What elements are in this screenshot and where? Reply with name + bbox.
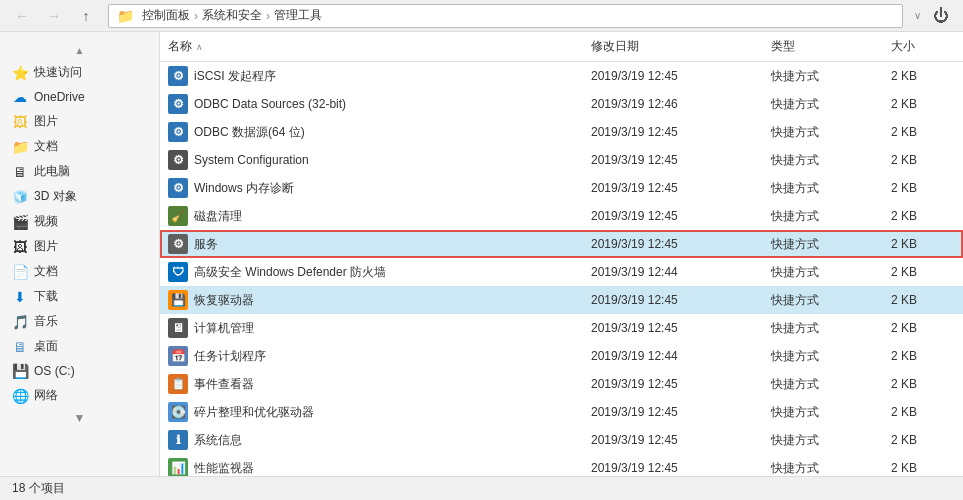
file-size: 2 KB — [883, 347, 963, 365]
file-name-cell: ⚙ ODBC Data Sources (32-bit) — [160, 92, 583, 116]
file-icon: 📋 — [168, 374, 188, 394]
file-icon: 🛡 — [168, 262, 188, 282]
title-bar: ← → ↑ 📁 控制面板 › 系统和安全 › 管理工具 ∨ ⏻ — [0, 0, 963, 32]
file-name: 计算机管理 — [194, 320, 254, 337]
file-icon: 💾 — [168, 290, 188, 310]
file-size: 2 KB — [883, 319, 963, 337]
file-date: 2019/3/19 12:45 — [583, 403, 763, 421]
sidebar-item-onedrive[interactable]: ☁ OneDrive — [0, 85, 159, 109]
documents2-icon: 📄 — [12, 264, 28, 280]
table-row[interactable]: 📊 性能监视器 2019/3/19 12:45 快捷方式 2 KB — [160, 454, 963, 476]
file-type: 快捷方式 — [763, 178, 883, 199]
this-pc-icon: 🖥 — [12, 164, 28, 180]
power-button[interactable]: ⏻ — [927, 2, 955, 30]
file-type: 快捷方式 — [763, 346, 883, 367]
table-row[interactable]: 💽 碎片整理和优化驱动器 2019/3/19 12:45 快捷方式 2 KB — [160, 398, 963, 426]
breadcrumb-admin-tools[interactable]: 管理工具 — [274, 7, 322, 24]
file-type: 快捷方式 — [763, 430, 883, 451]
sidebar-item-this-pc[interactable]: 🖥 此电脑 — [0, 159, 159, 184]
forward-button[interactable]: → — [40, 2, 68, 30]
sidebar-item-downloads[interactable]: ⬇ 下载 — [0, 284, 159, 309]
sidebar-item-music[interactable]: 🎵 音乐 — [0, 309, 159, 334]
table-row[interactable]: ℹ 系统信息 2019/3/19 12:45 快捷方式 2 KB — [160, 426, 963, 454]
sidebar-scroll-up[interactable]: ▲ — [0, 40, 159, 60]
sidebar-item-pictures2[interactable]: 🖼 图片 — [0, 234, 159, 259]
address-dropdown-arrow[interactable]: ∨ — [907, 4, 927, 28]
table-row[interactable]: ⚙ 服务 2019/3/19 12:45 快捷方式 2 KB — [160, 230, 963, 258]
file-icon: 🧹 — [168, 206, 188, 226]
videos-icon: 🎬 — [12, 214, 28, 230]
table-row[interactable]: ⚙ System Configuration 2019/3/19 12:45 快… — [160, 146, 963, 174]
file-icon: 🖥 — [168, 318, 188, 338]
file-name-cell: 📅 任务计划程序 — [160, 344, 583, 368]
table-row[interactable]: 📅 任务计划程序 2019/3/19 12:44 快捷方式 2 KB — [160, 342, 963, 370]
file-size: 2 KB — [883, 263, 963, 281]
file-type: 快捷方式 — [763, 290, 883, 311]
file-date: 2019/3/19 12:45 — [583, 179, 763, 197]
sidebar-item-os-c[interactable]: 💾 OS (C:) — [0, 359, 159, 383]
table-row[interactable]: 💾 恢复驱动器 2019/3/19 12:45 快捷方式 2 KB — [160, 286, 963, 314]
breadcrumb[interactable]: 📁 控制面板 › 系统和安全 › 管理工具 — [108, 4, 903, 28]
sidebar-item-3d-objects[interactable]: 🧊 3D 对象 — [0, 184, 159, 209]
breadcrumb-control-panel[interactable]: 控制面板 — [142, 7, 190, 24]
sidebar-label-videos: 视频 — [34, 213, 58, 230]
file-type: 快捷方式 — [763, 150, 883, 171]
file-type: 快捷方式 — [763, 122, 883, 143]
sidebar-label-documents2: 文档 — [34, 263, 58, 280]
file-type: 快捷方式 — [763, 234, 883, 255]
file-name: 高级安全 Windows Defender 防火墙 — [194, 264, 386, 281]
file-icon: 📅 — [168, 346, 188, 366]
network-icon: 🌐 — [12, 388, 28, 404]
file-name-cell: 🖥 计算机管理 — [160, 316, 583, 340]
col-header-type[interactable]: 类型 — [763, 36, 883, 57]
sidebar-label-documents: 文档 — [34, 138, 58, 155]
file-size: 2 KB — [883, 151, 963, 169]
sidebar-label-downloads: 下载 — [34, 288, 58, 305]
table-row[interactable]: 📋 事件查看器 2019/3/19 12:45 快捷方式 2 KB — [160, 370, 963, 398]
table-row[interactable]: ⚙ ODBC Data Sources (32-bit) 2019/3/19 1… — [160, 90, 963, 118]
file-name: System Configuration — [194, 153, 309, 167]
sidebar-item-network[interactable]: 🌐 网络 — [0, 383, 159, 408]
table-row[interactable]: ⚙ Windows 内存诊断 2019/3/19 12:45 快捷方式 2 KB — [160, 174, 963, 202]
file-date: 2019/3/19 12:45 — [583, 319, 763, 337]
file-name-cell: 🧹 磁盘清理 — [160, 204, 583, 228]
table-row[interactable]: ⚙ ODBC 数据源(64 位) 2019/3/19 12:45 快捷方式 2 … — [160, 118, 963, 146]
file-icon: ⚙ — [168, 94, 188, 114]
file-type: 快捷方式 — [763, 318, 883, 339]
sort-arrow-name: ∧ — [196, 42, 203, 52]
file-icon: ⚙ — [168, 178, 188, 198]
file-type: 快捷方式 — [763, 262, 883, 283]
onedrive-icon: ☁ — [12, 89, 28, 105]
file-icon: ⚙ — [168, 66, 188, 86]
sidebar-item-quick-access[interactable]: ⭐ 快速访问 — [0, 60, 159, 85]
file-size: 2 KB — [883, 403, 963, 421]
col-header-size[interactable]: 大小 — [883, 36, 963, 57]
sidebar-item-videos[interactable]: 🎬 视频 — [0, 209, 159, 234]
file-size: 2 KB — [883, 67, 963, 85]
back-button[interactable]: ← — [8, 2, 36, 30]
up-button[interactable]: ↑ — [72, 2, 100, 30]
breadcrumb-security[interactable]: 系统和安全 — [202, 7, 262, 24]
file-name: 碎片整理和优化驱动器 — [194, 404, 314, 421]
table-row[interactable]: 🧹 磁盘清理 2019/3/19 12:45 快捷方式 2 KB — [160, 202, 963, 230]
file-name: 系统信息 — [194, 432, 242, 449]
col-header-name[interactable]: 名称 ∧ — [160, 36, 583, 57]
table-row[interactable]: ⚙ iSCSI 发起程序 2019/3/19 12:45 快捷方式 2 KB — [160, 62, 963, 90]
file-name: 磁盘清理 — [194, 208, 242, 225]
col-header-date[interactable]: 修改日期 — [583, 36, 763, 57]
sidebar-item-pictures[interactable]: 🖼 图片 — [0, 109, 159, 134]
sidebar-item-documents[interactable]: 📁 文档 — [0, 134, 159, 159]
file-name: 性能监视器 — [194, 460, 254, 477]
file-type: 快捷方式 — [763, 458, 883, 477]
sidebar-scroll-down[interactable]: ▼ — [0, 408, 159, 428]
table-row[interactable]: 🛡 高级安全 Windows Defender 防火墙 2019/3/19 12… — [160, 258, 963, 286]
pictures2-icon: 🖼 — [12, 239, 28, 255]
sidebar: ▲ ⭐ 快速访问 ☁ OneDrive 🖼 图片 📁 文档 🖥 此电脑 🧊 3D… — [0, 32, 160, 476]
sidebar-item-documents2[interactable]: 📄 文档 — [0, 259, 159, 284]
file-size: 2 KB — [883, 179, 963, 197]
table-row[interactable]: 🖥 计算机管理 2019/3/19 12:45 快捷方式 2 KB — [160, 314, 963, 342]
file-type: 快捷方式 — [763, 66, 883, 87]
sidebar-item-desktop[interactable]: 🖥 桌面 — [0, 334, 159, 359]
file-icon: 💽 — [168, 402, 188, 422]
file-icon: ⚙ — [168, 234, 188, 254]
